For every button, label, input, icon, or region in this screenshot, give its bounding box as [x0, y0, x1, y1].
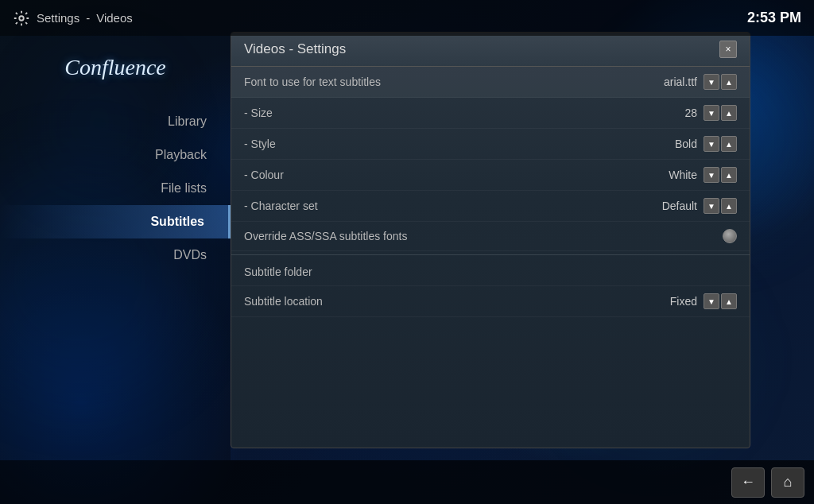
row-value-sublocation: Fixed	[657, 295, 697, 308]
settings-row-subfolder[interactable]: Subtitle folder	[231, 258, 750, 286]
spinner-up-font[interactable]: ▲	[721, 74, 737, 90]
topbar-section-label: Videos	[96, 11, 133, 25]
override-toggle[interactable]	[723, 229, 737, 243]
sidebar-item-library[interactable]: Library	[0, 105, 231, 138]
row-value-area-style: Bold ▼ ▲	[657, 136, 737, 152]
row-value-font: arial.ttf	[657, 76, 697, 88]
close-button[interactable]: ×	[719, 41, 737, 58]
row-value-area-charset: Default ▼ ▲	[657, 198, 737, 214]
settings-row-colour: - Colour White ▼ ▲	[231, 160, 750, 191]
spinner-up-style[interactable]: ▲	[721, 136, 737, 152]
row-value-area-colour: White ▼ ▲	[657, 167, 737, 183]
spinner-down-size[interactable]: ▼	[704, 105, 719, 121]
settings-row-sublocation: Subtitle location Fixed ▼ ▲	[231, 286, 750, 317]
settings-row-charset: - Character set Default ▼ ▲	[231, 191, 750, 222]
dialog-title: Videos - Settings	[244, 41, 346, 57]
spinner-down-style[interactable]: ▼	[704, 136, 719, 152]
topbar-time: 2:53 PM	[747, 10, 801, 26]
row-value-area-override	[723, 229, 737, 243]
top-bar-left: Settings - Videos	[13, 10, 133, 27]
sidebar-item-dvds[interactable]: DVDs	[0, 238, 231, 272]
settings-row-style: - Style Bold ▼ ▲	[231, 129, 750, 160]
row-label-font: Font to use for text subtitles	[244, 76, 381, 88]
row-value-charset: Default	[657, 200, 697, 212]
row-value-size: 28	[657, 107, 697, 119]
sidebar: Confluence Library Playback File lists S…	[0, 36, 231, 460]
row-label-colour: - Colour	[244, 169, 284, 181]
row-label-subfolder: Subtitle folder	[244, 266, 312, 278]
settings-row-size: - Size 28 ▼ ▲	[231, 98, 750, 129]
home-button[interactable]: ⌂	[771, 467, 804, 498]
row-label-override: Override ASS/SSA subtitles fonts	[244, 230, 407, 242]
sidebar-logo: Confluence	[48, 44, 182, 89]
row-value-area-sublocation: Fixed ▼ ▲	[657, 293, 737, 309]
sidebar-item-filelists[interactable]: File lists	[0, 172, 231, 205]
row-value-style: Bold	[657, 138, 697, 150]
spinner-size: ▼ ▲	[704, 105, 737, 121]
spinner-sublocation: ▼ ▲	[704, 293, 737, 309]
settings-row-override[interactable]: Override ASS/SSA subtitles fonts	[231, 222, 750, 251]
spinner-colour: ▼ ▲	[704, 167, 737, 183]
spinner-down-font[interactable]: ▼	[704, 74, 719, 90]
spinner-down-colour[interactable]: ▼	[704, 167, 719, 183]
sidebar-item-playback[interactable]: Playback	[0, 138, 231, 172]
spinner-up-size[interactable]: ▲	[721, 105, 737, 121]
logo-text: Confluence	[64, 55, 166, 79]
spinner-down-sublocation[interactable]: ▼	[704, 293, 719, 309]
spinner-up-colour[interactable]: ▲	[721, 167, 737, 183]
settings-dialog: Videos - Settings × Font to use for text…	[231, 32, 750, 448]
row-label-style: - Style	[244, 138, 276, 150]
dialog-titlebar: Videos - Settings ×	[231, 33, 750, 67]
spinner-font: ▼ ▲	[704, 74, 737, 90]
settings-row-font: Font to use for text subtitles arial.ttf…	[231, 67, 750, 98]
bottom-bar: ← ⌂	[0, 460, 814, 504]
sidebar-item-subtitles[interactable]: Subtitles	[0, 205, 231, 238]
row-label-charset: - Character set	[244, 200, 318, 212]
back-button[interactable]: ←	[731, 467, 765, 498]
spinner-down-charset[interactable]: ▼	[704, 198, 719, 214]
spinner-up-sublocation[interactable]: ▲	[721, 293, 737, 309]
settings-icon	[13, 10, 30, 27]
row-value-colour: White	[657, 169, 697, 181]
top-bar: Settings - Videos 2:53 PM	[0, 0, 814, 36]
row-label-sublocation: Subtitle location	[244, 295, 323, 308]
row-value-area-size: 28 ▼ ▲	[657, 105, 737, 121]
row-value-area-font: arial.ttf ▼ ▲	[657, 74, 737, 90]
separator-line	[231, 254, 750, 255]
spinner-charset: ▼ ▲	[704, 198, 737, 214]
dialog-content: Font to use for text subtitles arial.ttf…	[231, 67, 750, 448]
topbar-separator: -	[86, 11, 90, 25]
spinner-style: ▼ ▲	[704, 136, 737, 152]
spinner-up-charset[interactable]: ▲	[721, 198, 737, 214]
svg-point-0	[19, 16, 24, 21]
row-label-size: - Size	[244, 107, 273, 119]
topbar-settings-label: Settings	[37, 11, 79, 25]
